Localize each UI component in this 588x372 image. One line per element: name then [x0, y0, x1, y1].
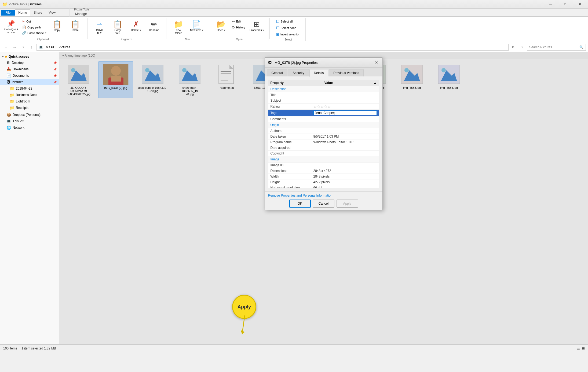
quick-access-label: Quick access [9, 55, 29, 58]
forward-button[interactable]: → [11, 43, 18, 51]
desktop-label: Desktop [12, 61, 24, 65]
item-count: 100 items [3, 347, 17, 350]
prop-row-program[interactable]: Program name Windows Photo Editor 10.0.1… [268, 139, 379, 145]
sidebar: ▾ ★ Quick access 🖥 Desktop 📌 📥 Downloads… [0, 52, 59, 344]
sidebar-item-receipts[interactable]: 📁 Receipts [0, 105, 59, 111]
quick-access-header[interactable]: ▾ ★ Quick access [0, 54, 59, 60]
remove-properties-link[interactable]: Remove Properties and Personal Informati… [268, 194, 379, 197]
prop-row-subject[interactable]: Subject [268, 98, 379, 104]
folder-icon-receipts: 📁 [10, 106, 14, 110]
pin-indicator: 📌 [53, 61, 57, 64]
prop-row-date-taken[interactable]: Date taken 8/5/2017 1:03 PM [268, 134, 379, 139]
paste-button[interactable]: 📋 Paste [67, 19, 84, 33]
previous-locations-button[interactable]: ▾ [518, 43, 526, 51]
tab-view[interactable]: View [45, 10, 59, 16]
tab-general[interactable]: General [267, 69, 288, 76]
open-button[interactable]: 📂 Open ▾ [213, 19, 230, 33]
history-icon: ⟳ [232, 25, 235, 30]
prop-row-date-acquired[interactable]: Date acquired [268, 145, 379, 151]
copy-to-button[interactable]: 📋 Copyto ▾ [109, 19, 126, 36]
select-all-button[interactable]: ☑ Select all [275, 19, 294, 24]
prop-row-h-res[interactable]: Horizontal resolution 96 dpi [268, 185, 379, 188]
prop-row-height[interactable]: Height 4272 pixels [268, 179, 379, 185]
scroll-up-btn[interactable]: ▲ [374, 81, 377, 85]
list-view-icon[interactable]: ☰ [577, 347, 580, 350]
prop-row-rating[interactable]: Rating ☆☆☆☆☆ [268, 104, 379, 110]
new-folder-button[interactable]: 📁 Newfolder [170, 19, 187, 36]
prop-row-copyright[interactable]: Copyright [268, 151, 379, 156]
copy-button[interactable]: 📋 Copy [48, 19, 65, 33]
prop-row-comments[interactable]: Comments [268, 116, 379, 122]
status-bar: 100 items 1 item selected 1.32 MB ☰ ⊞ [0, 344, 588, 352]
title-bar-left: 📁 Picture Tools | Pictures [2, 2, 42, 7]
select-label: Select [284, 38, 292, 42]
prop-row-image-id[interactable]: Image ID [268, 163, 379, 168]
pin-indicator-dl: 📌 [53, 68, 57, 71]
refresh-button[interactable]: ⟳ [510, 43, 517, 51]
prop-row-title[interactable]: Title [268, 92, 379, 98]
tab-home[interactable]: Home [15, 9, 30, 16]
svg-marker-39 [241, 330, 245, 334]
prop-name: Program name [271, 140, 313, 144]
tab-manage[interactable]: Manage [72, 11, 92, 17]
prop-row-width[interactable]: Width 2848 pixels [268, 174, 379, 179]
header-property: Property [271, 81, 284, 85]
tab-details[interactable]: Details [309, 69, 328, 77]
tags-input[interactable] [313, 111, 377, 115]
select-none-button[interactable]: ☐ Select none [275, 25, 297, 31]
back-button[interactable]: ← [2, 43, 10, 51]
this-pc-icon: 💻 [6, 119, 11, 123]
delete-button[interactable]: ✗ Delete ▾ [127, 19, 144, 33]
ok-button[interactable]: OK [289, 200, 311, 208]
paste-shortcut-button[interactable]: 🔗 Paste shortcut [21, 30, 47, 35]
sidebar-item-this-pc[interactable]: 💻 This PC [0, 118, 59, 124]
search-input[interactable] [529, 45, 578, 49]
maximize-button[interactable]: □ [559, 0, 571, 9]
sidebar-item-pictures[interactable]: 🖼 Pictures 📌 [0, 79, 59, 85]
rename-label: Rename [149, 29, 159, 32]
sidebar-item-network[interactable]: 🌐 Network [0, 124, 59, 131]
select-none-icon: ☐ [276, 26, 280, 30]
up-button[interactable]: ↑ [28, 43, 35, 51]
minimize-button[interactable]: — [545, 0, 557, 9]
annotation-label: Apply [238, 304, 251, 310]
folder-icon-2018: 📁 [10, 86, 14, 91]
close-button[interactable]: ✕ [574, 0, 586, 9]
downloads-label: Downloads [13, 67, 28, 71]
tab-file[interactable]: File [1, 10, 15, 16]
sidebar-item-dropbox[interactable]: 📦 Dropbox (Personal) [0, 112, 59, 118]
cancel-button[interactable]: Cancel [313, 200, 334, 208]
move-to-button[interactable]: → Moveto ▾ [91, 19, 108, 35]
sidebar-item-documents[interactable]: 📄 Documents 📌 [0, 72, 59, 79]
prop-row-tags[interactable]: Tags [268, 110, 379, 116]
sidebar-item-lightroom[interactable]: 📁 Lightroom [0, 98, 59, 105]
edit-button[interactable]: ✏ Edit [231, 19, 246, 24]
status-right: ☰ ⊞ [577, 347, 585, 350]
copy-path-button[interactable]: 📋 Copy path [21, 25, 47, 30]
annotation-arrow [239, 315, 250, 337]
tab-previous-versions[interactable]: Previous Versions [329, 69, 364, 76]
prop-row-authors[interactable]: Authors [268, 128, 379, 134]
cut-button[interactable]: ✂ Cut [21, 19, 47, 24]
sidebar-item-downloads[interactable]: 📥 Downloads 📌 [0, 66, 59, 72]
properties-button[interactable]: ⊞ Properties ▾ [247, 19, 266, 33]
tab-share[interactable]: Share [30, 10, 45, 16]
grid-view-icon[interactable]: ⊞ [582, 347, 585, 350]
tab-security[interactable]: Security [288, 69, 309, 76]
dialog-close-button[interactable]: ✕ [374, 60, 379, 65]
invert-selection-label: Invert selection [280, 33, 300, 36]
receipts-label: Receipts [16, 106, 28, 110]
pin-to-quick-access-button[interactable]: 📌 Pin to Quickaccess [2, 19, 20, 35]
sidebar-item-business-docs[interactable]: 📁 Business Docs [0, 92, 59, 98]
sidebar-item-desktop[interactable]: 🖥 Desktop 📌 [0, 60, 59, 66]
recent-locations-button[interactable]: ▾ [19, 43, 27, 51]
search-box[interactable]: 🔍 [527, 44, 586, 51]
sidebar-item-2018[interactable]: 📁 2018-04-23 [0, 85, 59, 92]
rename-button[interactable]: ✏ Rename [145, 19, 163, 33]
invert-selection-button[interactable]: ⊟ Invert selection [275, 32, 301, 37]
address-path[interactable]: 💻 This PC › Pictures [36, 44, 509, 51]
apply-button[interactable]: Apply [337, 200, 358, 208]
history-button[interactable]: ⟳ History [231, 25, 246, 30]
new-item-button[interactable]: 📄 New item ▾ [188, 19, 205, 33]
prop-row-dimensions[interactable]: Dimensions 2848 x 4272 [268, 168, 379, 174]
